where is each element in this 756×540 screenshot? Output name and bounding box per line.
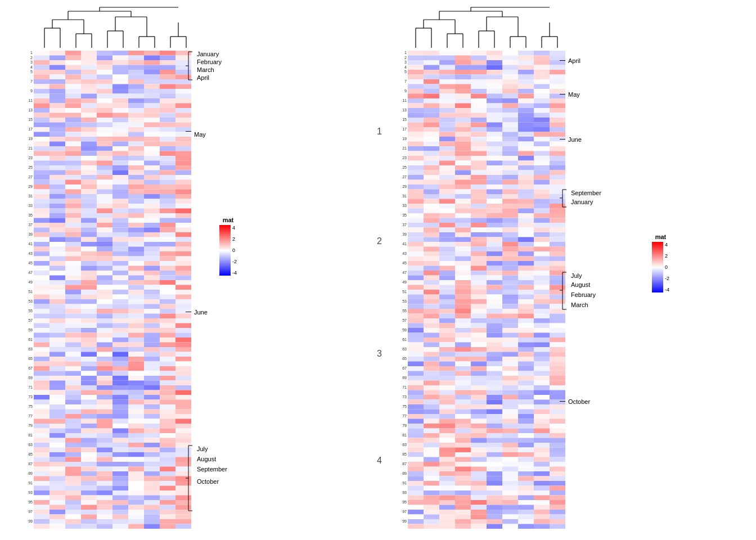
left-row-labels: 1234579111315171921232527293133353739414… — [17, 51, 34, 529]
row-label-57: 57 — [402, 318, 407, 323]
row-label-73: 73 — [402, 395, 407, 400]
row-label-9: 9 — [404, 89, 407, 94]
left-legend-title: mat — [219, 217, 237, 223]
row-label-39: 39 — [402, 232, 407, 237]
row-label-69: 69 — [28, 376, 33, 381]
row-label-95: 95 — [402, 500, 407, 505]
row-label-21: 21 — [28, 146, 33, 151]
row-label-31: 31 — [28, 194, 33, 199]
row-label-39: 39 — [28, 232, 33, 237]
row-label-5: 5 — [30, 70, 33, 75]
left-dendrogram — [37, 6, 200, 51]
row-label-89: 89 — [28, 471, 33, 476]
row-label-31: 31 — [402, 194, 407, 199]
row-label-61: 61 — [28, 338, 33, 343]
row-label-91: 91 — [28, 481, 33, 486]
row-label-21: 21 — [402, 146, 407, 151]
row-label-25: 25 — [402, 165, 407, 170]
annotation-june: June — [194, 309, 208, 316]
left-legend-gradient — [219, 225, 231, 276]
legend-label-0-left: 0 — [232, 248, 237, 253]
row-label-17: 17 — [402, 127, 407, 132]
left-heatmap-content: 1234579111315171921232527293133353739414… — [17, 51, 304, 529]
legend-label-neg2-left: -2 — [232, 259, 237, 264]
row-label-25: 25 — [28, 165, 33, 170]
row-label-49: 49 — [402, 280, 407, 285]
row-label-37: 37 — [28, 223, 33, 228]
row-label-65: 65 — [402, 357, 407, 362]
cluster-4: 4 — [377, 456, 382, 466]
row-label-47: 47 — [402, 271, 407, 276]
row-label-75: 75 — [402, 404, 407, 410]
row-label-43: 43 — [402, 251, 407, 256]
left-annotations: January February March April May June — [191, 51, 304, 529]
row-label-93: 93 — [402, 490, 407, 496]
row-label-3: 3 — [30, 60, 33, 65]
row-label-4: 4 — [404, 65, 407, 70]
left-heatmap-panel: 1234579111315171921232527293133353739414… — [0, 0, 349, 540]
row-label-53: 53 — [402, 299, 407, 304]
row-label-23: 23 — [402, 156, 407, 161]
row-label-81: 81 — [402, 433, 407, 438]
legend-label-4-left: 4 — [232, 225, 237, 231]
row-label-15: 15 — [28, 118, 33, 123]
row-label-97: 97 — [28, 510, 33, 515]
annotation-october-right: October — [568, 398, 590, 405]
row-label-99: 99 — [28, 519, 33, 524]
row-label-95: 95 — [28, 500, 33, 505]
left-dendrogram-svg — [37, 6, 200, 51]
row-label-51: 51 — [402, 290, 407, 295]
row-label-77: 77 — [28, 414, 33, 419]
row-label-27: 27 — [402, 175, 407, 180]
annotation-may: May — [194, 131, 206, 138]
annotation-may-right: May — [568, 91, 580, 98]
row-label-91: 91 — [402, 481, 407, 486]
row-label-85: 85 — [28, 452, 33, 457]
row-label-33: 33 — [28, 204, 33, 209]
legend-label-neg4-left: -4 — [232, 270, 237, 276]
row-label-69: 69 — [402, 376, 407, 381]
row-label-55: 55 — [402, 309, 407, 314]
row-label-1: 1 — [404, 51, 407, 56]
main-container: 1234579111315171921232527293133353739414… — [0, 0, 756, 540]
cluster-3: 3 — [377, 349, 382, 359]
right-legend-title: mat — [652, 233, 669, 240]
row-label-13: 13 — [402, 108, 407, 113]
row-label-37: 37 — [402, 223, 407, 228]
row-label-35: 35 — [28, 213, 33, 218]
row-label-87: 87 — [28, 462, 33, 467]
annotation-april: April — [568, 57, 580, 64]
row-label-79: 79 — [28, 424, 33, 429]
cluster-2: 2 — [377, 236, 382, 246]
row-label-7: 7 — [30, 79, 33, 84]
row-label-11: 11 — [28, 98, 33, 104]
cluster-1: 1 — [377, 127, 382, 137]
row-label-97: 97 — [402, 510, 407, 515]
legend-label-neg2: -2 — [665, 276, 669, 281]
row-label-63: 63 — [28, 347, 33, 352]
right-legend-gradient — [652, 242, 663, 292]
row-label-45: 45 — [28, 261, 33, 266]
row-label-49: 49 — [28, 280, 33, 285]
row-label-83: 83 — [402, 443, 407, 448]
row-label-7: 7 — [404, 79, 407, 84]
legend-label-2-left: 2 — [232, 236, 237, 242]
legend-label-2: 2 — [665, 253, 669, 259]
row-label-71: 71 — [28, 385, 33, 390]
row-label-71: 71 — [402, 385, 407, 390]
row-label-5: 5 — [404, 70, 407, 75]
left-heatmap-canvas — [34, 51, 191, 529]
row-label-79: 79 — [402, 424, 407, 429]
row-label-65: 65 — [28, 357, 33, 362]
row-label-3: 3 — [404, 60, 407, 65]
row-label-27: 27 — [28, 175, 33, 180]
row-label-9: 9 — [30, 89, 33, 94]
row-label-1: 1 — [30, 51, 33, 56]
row-label-19: 19 — [402, 137, 407, 142]
row-label-59: 59 — [402, 328, 407, 333]
row-label-59: 59 — [28, 328, 33, 333]
row-label-63: 63 — [402, 347, 407, 352]
row-label-53: 53 — [28, 299, 33, 304]
row-label-67: 67 — [402, 366, 407, 371]
row-label-61: 61 — [402, 338, 407, 343]
